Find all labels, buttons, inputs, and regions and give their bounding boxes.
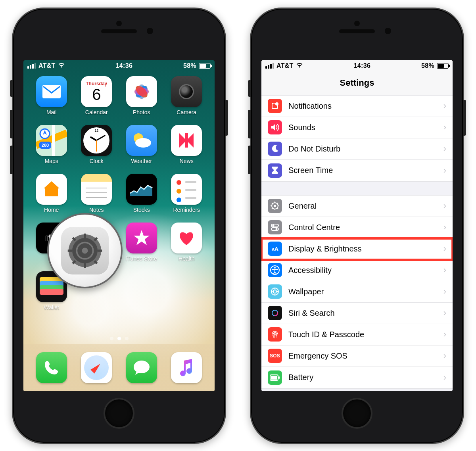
phone-frame-home: AT&T 14:36 58% Mail [12,8,226,444]
app-notes[interactable]: Notes [74,174,119,213]
mute-switch[interactable] [10,80,13,97]
page-indicator[interactable] [23,337,215,340]
settings-row-sos[interactable]: SOSEmergency SOS› [261,345,453,367]
app-health[interactable]: Health [164,223,209,262]
app-label: Calendar [85,109,108,115]
app-itunes[interactable]: iTunes Store [119,223,164,262]
settings-row-touchid[interactable]: Touch ID & Passcode› [261,324,453,345]
app-camera[interactable]: Camera [164,76,209,115]
app-messages[interactable] [126,352,157,383]
settings-row-dnd[interactable]: Do Not Disturb› [261,138,453,160]
front-camera [147,28,153,34]
sos-icon: SOS [268,349,282,363]
settings-row-controlcentre[interactable]: Control Centre› [261,217,453,238]
chevron-right-icon: › [443,101,446,111]
app-weather[interactable]: Weather [119,125,164,164]
svg-line-47 [277,208,278,209]
proximity-sensor [354,21,360,26]
app-phone[interactable] [36,352,67,383]
app-photos[interactable]: Photos [119,76,164,115]
sounds-icon [268,120,282,134]
volume-up-button[interactable] [248,110,251,138]
app-stocks[interactable]: Stocks [119,174,164,213]
battery-icon [268,370,282,385]
svg-point-53 [276,228,278,230]
svg-rect-0 [42,85,61,98]
settings-row-screentime[interactable]: Screen Time› [261,160,453,181]
settings-list[interactable]: Notifications›Sounds›Do Not Disturb›Scre… [261,95,453,391]
list-group: Notifications›Sounds›Do Not Disturb›Scre… [261,95,453,182]
svg-line-46 [272,203,273,204]
front-camera [385,28,391,34]
settings-row-accessibility[interactable]: Accessibility› [261,260,453,281]
app-label: News [180,158,194,164]
home-button[interactable] [342,398,372,429]
row-label: Wallpaper [288,287,443,296]
svg-point-51 [273,225,274,226]
app-label: Reminders [173,207,200,213]
settings-row-battery[interactable]: Battery› [261,367,453,388]
app-label: Home [44,207,59,213]
calendar-icon: Thursday 6 [81,76,112,107]
power-button[interactable] [225,100,228,136]
volume-down-button[interactable] [248,146,251,174]
page-title: Settings [340,78,374,88]
svg-rect-66 [278,376,280,379]
settings-row-sounds[interactable]: Sounds› [261,117,453,138]
app-tv[interactable]: tv TV [29,223,74,262]
chevron-right-icon: › [443,165,446,176]
screentime-icon [268,163,282,178]
chevron-right-icon: › [443,265,446,275]
settings-row-general[interactable]: General› [261,196,453,217]
app-label: Notes [89,207,104,213]
app-wallet[interactable]: Wallet [29,271,74,311]
home-button[interactable] [104,398,134,429]
chevron-right-icon: › [443,308,446,318]
app-label: Wallet [44,304,59,311]
phone-frame-settings: AT&T 14:36 58% Settings Notifications›So… [250,8,464,444]
status-time: 14:36 [116,62,132,69]
reminders-icon [171,174,202,205]
power-button[interactable] [463,100,466,136]
screen-settings: AT&T 14:36 58% Settings Notifications›So… [261,60,453,391]
app-news[interactable]: News [164,125,209,164]
row-label: General [288,202,443,211]
battery-icon [199,63,211,69]
settings-row-wallpaper[interactable]: Wallpaper› [261,281,453,303]
app-reminders[interactable]: Reminders [164,174,209,213]
app-maps[interactable]: 280 Maps [29,125,74,164]
app-music[interactable] [171,352,202,383]
wifi-icon [58,62,65,69]
settings-row-display[interactable]: AADisplay & Brightness› [261,238,453,260]
app-appstore[interactable]: App Store [74,223,119,262]
row-label: Display & Brightness [288,244,443,253]
mail-icon [36,76,67,107]
appstore-icon [81,223,112,253]
chevron-right-icon: › [443,144,446,154]
status-bar: AT&T 14:36 58% [261,60,453,71]
list-group: General›Control Centre› AADisplay & Brig… [261,195,453,389]
signal-icon [265,63,274,69]
row-label: Battery [288,373,443,382]
app-home[interactable]: Home [29,174,74,213]
app-calendar[interactable]: Thursday 6 Calendar [74,76,119,115]
app-safari[interactable] [81,352,112,383]
settings-row-siri[interactable]: Siri & Search› [261,303,453,324]
app-clock[interactable]: Clock [74,125,119,164]
app-label: Stocks [133,207,150,213]
clock-icon [81,125,112,156]
svg-rect-67 [271,376,277,380]
settings-row-notifications[interactable]: Notifications› [261,96,453,117]
weather-icon [126,125,157,156]
dock [23,344,215,391]
app-mail[interactable]: Mail [29,76,74,115]
volume-down-button[interactable] [10,146,13,174]
mute-switch[interactable] [248,80,251,97]
battery-icon [437,63,449,69]
accessibility-icon [268,263,282,277]
app-label: Health [178,255,194,262]
svg-point-14 [135,138,151,148]
itunes-icon [126,223,157,253]
volume-up-button[interactable] [10,110,13,138]
chevron-right-icon: › [443,329,446,340]
